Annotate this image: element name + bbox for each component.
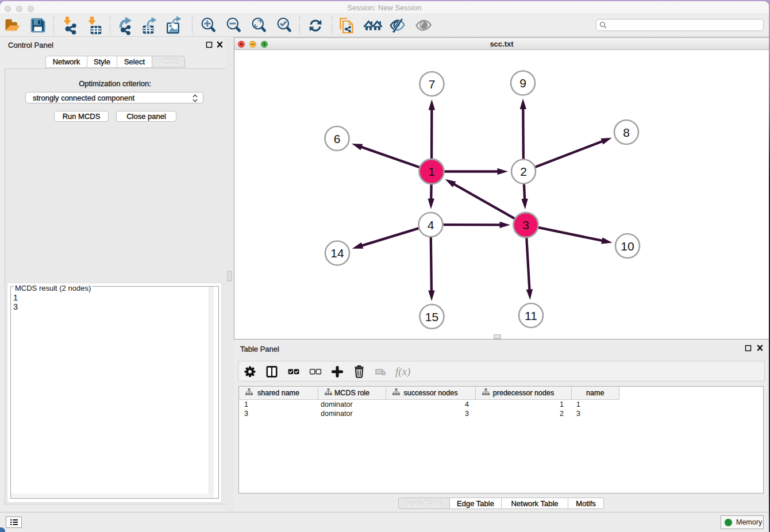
svg-text:9: 9 xyxy=(519,76,526,90)
svg-text:14: 14 xyxy=(330,246,344,260)
svg-text:3: 3 xyxy=(522,218,529,232)
svg-text:8: 8 xyxy=(623,126,630,139)
svg-text:2: 2 xyxy=(520,165,527,178)
svg-text:7: 7 xyxy=(429,78,436,91)
svg-text:11: 11 xyxy=(525,309,537,322)
svg-text:15: 15 xyxy=(425,310,438,323)
svg-text:10: 10 xyxy=(621,240,634,253)
svg-text:f(x): f(x) xyxy=(395,365,410,378)
svg-text:1: 1 xyxy=(428,165,435,178)
svg-text:4: 4 xyxy=(428,218,434,232)
svg-text:6: 6 xyxy=(334,132,341,145)
